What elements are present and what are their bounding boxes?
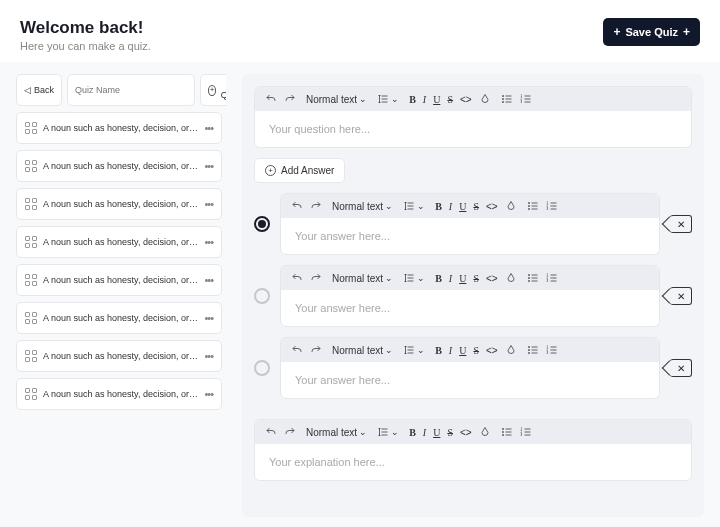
delete-answer-button[interactable]: ✕ — [670, 215, 692, 233]
code-button[interactable]: <> — [486, 201, 498, 212]
more-icon[interactable]: ••• — [204, 350, 213, 362]
svg-point-24 — [502, 429, 503, 430]
line-height-select[interactable] — [403, 344, 425, 356]
answer-input[interactable]: Your answer here... — [281, 362, 659, 398]
undo-icon[interactable] — [265, 93, 277, 105]
line-height-select[interactable] — [403, 272, 425, 284]
color-picker-button[interactable] — [505, 272, 517, 284]
question-list-item[interactable]: A noun such as honesty, decision, or … •… — [16, 112, 222, 144]
strikethrough-button[interactable]: S — [473, 201, 479, 212]
code-button[interactable]: <> — [486, 345, 498, 356]
strikethrough-button[interactable]: S — [447, 94, 453, 105]
redo-icon[interactable] — [310, 344, 322, 356]
code-button[interactable]: <> — [460, 94, 472, 105]
answer-radio[interactable] — [254, 288, 270, 304]
delete-answer-button[interactable]: ✕ — [670, 287, 692, 305]
undo-icon[interactable] — [265, 426, 277, 438]
add-question-button[interactable]: + Add Question — [200, 74, 226, 106]
italic-button[interactable]: I — [449, 201, 452, 212]
more-icon[interactable]: ••• — [204, 312, 213, 324]
numbered-list-button[interactable]: 123 — [520, 93, 532, 105]
strikethrough-button[interactable]: S — [473, 345, 479, 356]
code-button[interactable]: <> — [486, 273, 498, 284]
bullet-list-button[interactable] — [527, 200, 539, 212]
more-icon[interactable]: ••• — [204, 274, 213, 286]
bold-button[interactable]: B — [435, 273, 442, 284]
code-button[interactable]: <> — [460, 427, 472, 438]
numbered-list-button[interactable]: 123 — [546, 200, 558, 212]
bullet-list-button[interactable] — [527, 344, 539, 356]
undo-icon[interactable] — [291, 200, 303, 212]
text-style-select[interactable]: Normal text — [306, 94, 367, 105]
add-answer-button[interactable]: + Add Answer — [254, 158, 345, 183]
italic-button[interactable]: I — [423, 94, 426, 105]
redo-icon[interactable] — [310, 200, 322, 212]
back-button[interactable]: ◁ Back — [16, 74, 62, 106]
toolbar: Normal text B I U S <> 123 — [255, 420, 691, 444]
answer-radio[interactable] — [254, 360, 270, 376]
italic-button[interactable]: I — [449, 345, 452, 356]
redo-icon[interactable] — [310, 272, 322, 284]
text-style-select[interactable]: Normal text — [332, 273, 393, 284]
svg-point-14 — [528, 281, 529, 282]
underline-button[interactable]: U — [459, 201, 466, 212]
line-height-select[interactable] — [403, 200, 425, 212]
question-list-item[interactable]: A noun such as honesty, decision, or … •… — [16, 302, 222, 334]
answer-input[interactable]: Your answer here... — [281, 290, 659, 326]
redo-icon[interactable] — [284, 426, 296, 438]
italic-button[interactable]: I — [423, 427, 426, 438]
delete-answer-button[interactable]: ✕ — [670, 359, 692, 377]
bold-button[interactable]: B — [435, 345, 442, 356]
color-picker-button[interactable] — [479, 426, 491, 438]
quiz-name-input[interactable] — [67, 74, 195, 106]
numbered-list-button[interactable]: 123 — [546, 344, 558, 356]
bullet-list-button[interactable] — [501, 426, 513, 438]
more-icon[interactable]: ••• — [204, 388, 213, 400]
question-list-item[interactable]: A noun such as honesty, decision, or … •… — [16, 378, 222, 410]
more-icon[interactable]: ••• — [204, 122, 213, 134]
strikethrough-button[interactable]: S — [473, 273, 479, 284]
text-style-select[interactable]: Normal text — [332, 345, 393, 356]
color-picker-button[interactable] — [479, 93, 491, 105]
numbered-list-button[interactable]: 123 — [546, 272, 558, 284]
color-picker-button[interactable] — [505, 200, 517, 212]
italic-button[interactable]: I — [449, 273, 452, 284]
bullet-list-button[interactable] — [527, 272, 539, 284]
toolbar: Normal text B I U S <> 123 — [281, 266, 659, 290]
underline-button[interactable]: U — [459, 273, 466, 284]
undo-icon[interactable] — [291, 344, 303, 356]
undo-icon[interactable] — [291, 272, 303, 284]
save-quiz-button[interactable]: + Save Quiz + — [603, 18, 700, 46]
bold-button[interactable]: B — [409, 94, 416, 105]
redo-icon[interactable] — [284, 93, 296, 105]
question-list-item[interactable]: A noun such as honesty, decision, or … •… — [16, 340, 222, 372]
more-icon[interactable]: ••• — [204, 236, 213, 248]
answer-input[interactable]: Your answer here... — [281, 218, 659, 254]
strikethrough-button[interactable]: S — [447, 427, 453, 438]
text-style-select[interactable]: Normal text — [332, 201, 393, 212]
question-list-item[interactable]: A noun such as honesty, decision, or … •… — [16, 150, 222, 182]
bold-button[interactable]: B — [409, 427, 416, 438]
question-list-item[interactable]: A noun such as honesty, decision, or … •… — [16, 188, 222, 220]
question-list-item[interactable]: A noun such as honesty, decision, or … •… — [16, 264, 222, 296]
underline-button[interactable]: U — [459, 345, 466, 356]
bullet-list-button[interactable] — [501, 93, 513, 105]
line-height-select[interactable] — [377, 93, 399, 105]
answer-radio[interactable] — [254, 216, 270, 232]
question-input[interactable]: Your question here... — [255, 111, 691, 147]
answer-editor: Normal text B I U S <> 123 Your answer h… — [280, 265, 660, 327]
grid-icon — [25, 198, 37, 210]
question-list-item[interactable]: A noun such as honesty, decision, or … •… — [16, 226, 222, 258]
svg-text:3: 3 — [520, 433, 522, 437]
svg-point-1 — [502, 99, 503, 100]
text-style-select[interactable]: Normal text — [306, 427, 367, 438]
numbered-list-button[interactable]: 123 — [520, 426, 532, 438]
underline-button[interactable]: U — [433, 94, 440, 105]
line-height-select[interactable] — [377, 426, 399, 438]
more-icon[interactable]: ••• — [204, 198, 213, 210]
more-icon[interactable]: ••• — [204, 160, 213, 172]
color-picker-button[interactable] — [505, 344, 517, 356]
bold-button[interactable]: B — [435, 201, 442, 212]
explanation-input[interactable]: Your explanation here... — [255, 444, 691, 480]
underline-button[interactable]: U — [433, 427, 440, 438]
